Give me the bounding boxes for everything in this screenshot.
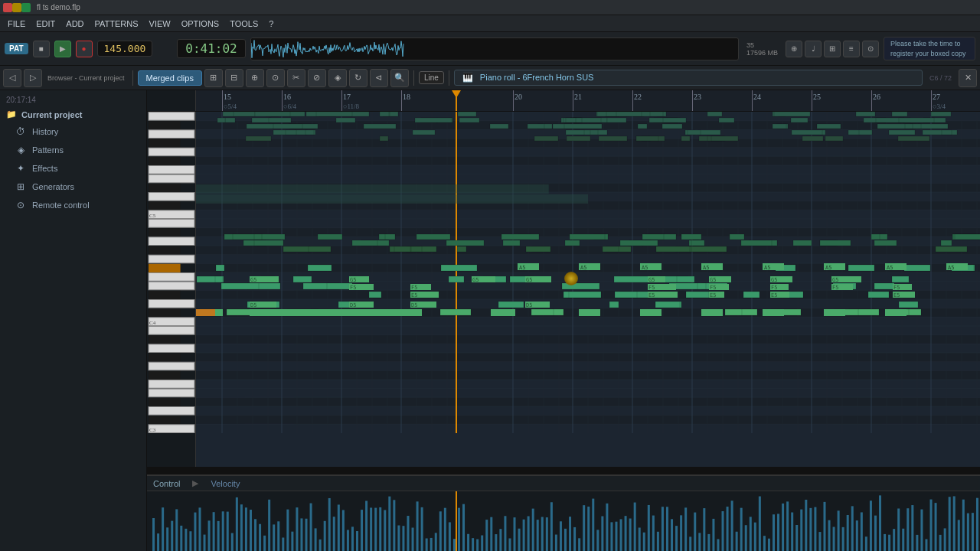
sidebar-item-remote-control[interactable]: ⊙ Remote control	[3, 197, 143, 214]
tool-btn-1[interactable]: ⊕	[786, 41, 802, 57]
toolbar-icon-2[interactable]: ⊟	[225, 69, 243, 87]
menu-help[interactable]: ?	[264, 18, 278, 30]
toolbar-zoom[interactable]: 🔍	[390, 69, 409, 87]
main-area: 20:17:14 📁 Current project ⏱ History ◈ P…	[0, 90, 980, 551]
menu-patterns[interactable]: PATTERNS	[90, 18, 143, 30]
horizontal-scrollbar[interactable]	[147, 467, 980, 474]
menu-tools[interactable]: TOOLS	[225, 18, 263, 30]
sidebar-item-generators[interactable]: ⊞ Generators	[3, 178, 143, 195]
toolbar-icon-6[interactable]: ⊘	[308, 69, 326, 87]
control-area: Control ▶ Velocity	[147, 474, 980, 551]
tool-btn-3[interactable]: ⊞	[824, 41, 841, 57]
piano-keys-header	[147, 90, 196, 111]
window-minimize-icon[interactable]	[12, 3, 21, 12]
control-label[interactable]: Control	[153, 479, 180, 488]
history-icon: ⏱	[15, 126, 26, 137]
timeline-ruler[interactable]	[196, 90, 980, 111]
menu-file[interactable]: FILE	[3, 18, 30, 30]
toolbar-nav-next[interactable]: ▷	[24, 69, 42, 87]
sep-3	[449, 70, 449, 86]
toolbar-icon-4[interactable]: ⊙	[266, 69, 285, 87]
tool-btn-2[interactable]: ♩	[805, 41, 822, 57]
timeline-header	[147, 90, 980, 112]
record-button[interactable]: ●	[76, 41, 93, 57]
sidebar: 20:17:14 📁 Current project ⏱ History ◈ P…	[0, 90, 147, 551]
merged-clips-button[interactable]: Merged clips	[138, 70, 202, 86]
window-maximize-icon[interactable]	[21, 3, 31, 12]
sidebar-effects-label: Effects	[32, 164, 57, 173]
menu-options[interactable]: OPTIONS	[177, 18, 224, 30]
mem-label: 17596 MB	[746, 49, 778, 57]
title-bar: fl ts demo.flp	[0, 0, 980, 15]
generators-icon: ⊞	[15, 181, 26, 192]
toolbar-icon-3[interactable]: ⊕	[246, 69, 264, 87]
waveform-display	[250, 37, 739, 60]
menu-view[interactable]: VIEW	[145, 18, 175, 30]
piano-roll-title: 🎹 Piano roll - 6French Horn SUS	[454, 70, 923, 86]
sidebar-remote-label: Remote control	[32, 201, 90, 210]
window-close-icon[interactable]	[3, 3, 12, 12]
velocity-label[interactable]: Velocity	[211, 479, 240, 488]
sep-1	[132, 70, 133, 86]
grid-area[interactable]	[196, 112, 980, 467]
cpu-label: 35	[746, 41, 778, 49]
toolbar-nav-back[interactable]: ◁	[3, 69, 21, 87]
sidebar-time: 20:17:14	[0, 93, 146, 106]
cpu-mem-display: 35 17596 MB	[743, 40, 781, 58]
transport-bar: PAT ■ ▶ ● 145.000 0:41:02 35 17596 MB ⊕ …	[0, 32, 980, 66]
menu-bar: FILE EDIT ADD PATTERNS VIEW OPTIONS TOOL…	[0, 15, 980, 32]
sidebar-item-effects[interactable]: ✦ Effects	[3, 160, 143, 177]
sep-2	[413, 70, 414, 86]
sidebar-history-label: History	[32, 127, 58, 136]
menu-add[interactable]: ADD	[61, 18, 88, 30]
toolbar-icon-5[interactable]: ✂	[287, 69, 305, 87]
close-piano-roll[interactable]: ✕	[959, 69, 977, 87]
toolbar-icon-1[interactable]: ⊞	[204, 69, 223, 87]
sidebar-patterns-label: Patterns	[32, 145, 64, 155]
piano-keys	[147, 112, 196, 467]
tool-btn-5[interactable]: ⊙	[862, 41, 879, 57]
menu-edit[interactable]: EDIT	[31, 18, 60, 30]
sidebar-header: 📁 Current project	[0, 106, 146, 122]
sidebar-generators-label: Generators	[32, 182, 74, 191]
sidebar-item-history[interactable]: ⏱ History	[3, 123, 143, 140]
control-header: Control ▶ Velocity	[147, 476, 980, 491]
toolbar-row: ◁ ▷ Browser - Current project Merged cli…	[0, 66, 980, 90]
info-box: Please take the time to register your bo…	[884, 37, 975, 60]
stop-button[interactable]: ■	[33, 41, 50, 57]
note-area	[147, 112, 980, 467]
velocity-area[interactable]	[147, 491, 980, 551]
pat-label[interactable]: PAT	[5, 43, 28, 54]
time-display: 0:41:02	[177, 39, 245, 58]
patterns-icon: ◈	[15, 145, 26, 155]
window-title: fl ts demo.flp	[37, 3, 80, 11]
browser-label: Browser - Current project	[44, 74, 128, 82]
line-selector[interactable]: Line	[419, 71, 444, 84]
toolbar-icon-9[interactable]: ⊲	[370, 69, 388, 87]
remote-control-icon: ⊙	[15, 200, 26, 210]
play-button[interactable]: ▶	[54, 41, 71, 57]
piano-roll-container: Control ▶ Velocity	[147, 90, 980, 551]
note-position: C6 / 72	[925, 74, 956, 82]
toolbar-icon-8[interactable]: ↻	[349, 69, 368, 87]
sidebar-item-patterns[interactable]: ◈ Patterns	[3, 142, 143, 158]
tool-btn-4[interactable]: ≡	[843, 41, 860, 57]
toolbar-icon-7[interactable]: ◈	[328, 69, 347, 87]
bpm-display[interactable]: 145.000	[97, 41, 153, 57]
transport-tools: ⊕ ♩ ⊞ ≡ ⊙	[786, 41, 879, 57]
effects-icon: ✦	[15, 163, 26, 174]
